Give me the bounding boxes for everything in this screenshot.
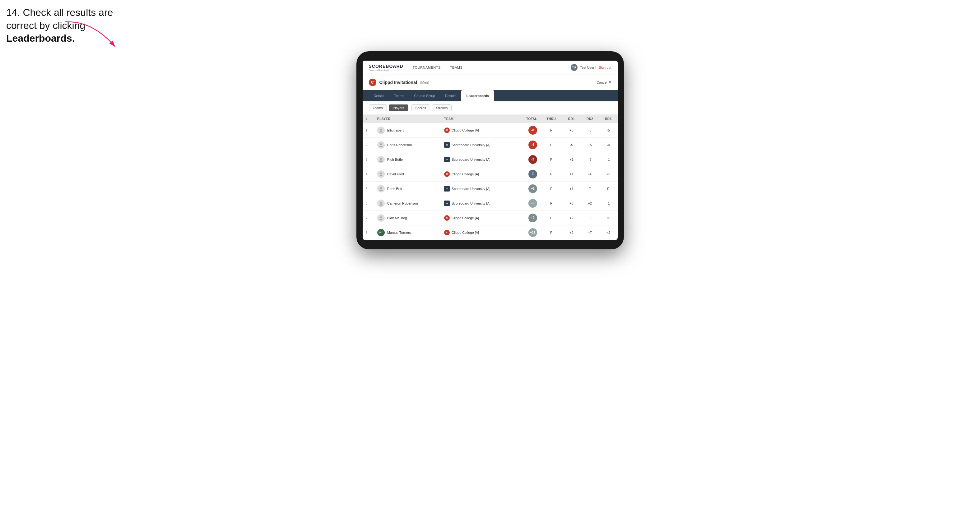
col-rd3: RD3 [599, 115, 617, 123]
team-name-8: Clippd College [A] [452, 231, 479, 235]
avatar-7 [377, 214, 385, 222]
logo-main: SCOREBOARD [369, 64, 403, 69]
rank-5: 5 [366, 187, 368, 190]
thru-8: F [550, 231, 552, 235]
avatar-4 [377, 170, 385, 178]
tab-details[interactable]: Details [369, 90, 390, 102]
tab-course-setup[interactable]: Course Setup [409, 90, 440, 102]
svg-point-11 [380, 202, 382, 204]
table-row: 7 Blair McHarg C [363, 211, 618, 225]
rd3-4: +3 [606, 172, 611, 176]
col-rd1: RD1 [562, 115, 581, 123]
player-name-6: Cameron Robertson [387, 202, 418, 205]
filter-players-button[interactable]: Players [389, 105, 408, 111]
team-name-6: Scoreboard University [A] [452, 202, 490, 205]
player-name-1: Elliot Ebert [387, 129, 404, 132]
col-total: TOTAL [516, 115, 540, 123]
filter-scores-button[interactable]: Scores [412, 105, 430, 111]
rd1-6: +5 [570, 202, 574, 205]
avatar-3 [377, 156, 385, 163]
col-rd2: RD2 [581, 115, 599, 123]
rd3-8: +2 [606, 231, 611, 235]
rd3-5: E [607, 187, 609, 190]
col-rank: # [363, 115, 374, 123]
close-icon: ✕ [609, 80, 611, 84]
thru-6: F [550, 202, 552, 205]
cancel-button[interactable]: Cancel ✕ [597, 80, 611, 84]
team-cell-6: SB Scoreboard University [A] [444, 200, 513, 206]
team-logo-8: C [444, 230, 450, 235]
scene-wrapper: SCOREBOARD Powered by clippd TOURNAMENTS… [6, 51, 974, 249]
navbar-left: SCOREBOARD Powered by clippd TOURNAMENTS… [369, 64, 463, 71]
rd3-6: -1 [607, 202, 610, 205]
player-cell-6: Cameron Robertson [377, 200, 438, 207]
svg-point-8 [379, 175, 383, 176]
tournament-tag: (Men) [420, 81, 429, 84]
player-name-5: Rees Britt [387, 187, 402, 190]
avatar-1 [377, 127, 385, 134]
rd1-5: +1 [570, 187, 574, 190]
signout-link[interactable]: Sign out [599, 66, 611, 69]
rd2-6: +2 [588, 202, 592, 205]
rank-3: 3 [366, 158, 368, 161]
thru-2: F [550, 143, 552, 147]
team-logo-6: SB [444, 200, 450, 206]
team-cell-2: SB Scoreboard University [A] [444, 142, 513, 148]
team-cell-1: C Clippd College [A] [444, 127, 513, 133]
score-badge-7: +9 [528, 214, 537, 222]
filter-strokes-button[interactable]: Strokes [432, 105, 452, 111]
tab-teams[interactable]: Teams [389, 90, 409, 102]
player-name-2: Chris Robertson [387, 143, 412, 147]
team-logo-5: SB [444, 186, 450, 192]
table-row: 5 Rees Britt SB [363, 181, 618, 196]
team-logo-2: SB [444, 142, 450, 148]
tablet-screen: SCOREBOARD Powered by clippd TOURNAMENTS… [363, 60, 618, 240]
player-cell-8: MT Marcus Turners [377, 229, 438, 236]
team-cell-3: SB Scoreboard University [A] [444, 157, 513, 162]
player-cell-2: Chris Robertson [377, 141, 438, 149]
svg-point-13 [380, 216, 382, 218]
svg-point-7 [380, 173, 382, 175]
rd3-7: +6 [606, 216, 611, 220]
player-cell-4: David Ford [377, 170, 438, 178]
svg-point-1 [380, 129, 382, 130]
instruction-text: 14. Check all results are correct by cli… [6, 6, 124, 45]
thru-7: F [550, 216, 552, 220]
rd1-4: +1 [570, 172, 574, 176]
rd3-3: -1 [607, 158, 610, 161]
col-team: TEAM [441, 115, 516, 123]
tab-leaderboards[interactable]: Leaderboards [461, 90, 494, 102]
tournament-name: Clippd Invitational [379, 80, 417, 85]
thru-1: F [550, 129, 552, 132]
rd2-8: +7 [588, 231, 592, 235]
player-cell-5: Rees Britt [377, 185, 438, 192]
tab-results[interactable]: Results [440, 90, 461, 102]
player-name-7: Blair McHarg [387, 216, 407, 220]
score-badge-6: +6 [528, 199, 537, 208]
instruction-bold: Leaderboards. [6, 33, 75, 44]
svg-point-5 [380, 158, 382, 160]
logo-sub: Powered by clippd [369, 69, 403, 71]
team-name-1: Clippd College [A] [452, 129, 479, 132]
nav-teams[interactable]: TEAMS [450, 66, 463, 69]
filter-bar: Teams Players Scores Strokes [363, 102, 618, 115]
rank-4: 4 [366, 172, 368, 176]
svg-point-4 [379, 146, 383, 147]
rank-1: 1 [366, 129, 368, 132]
nav-tournaments[interactable]: TOURNAMENTS [413, 66, 441, 69]
rd1-2: -5 [570, 143, 573, 147]
filter-teams-button[interactable]: Teams [369, 105, 387, 111]
user-avatar: TU [571, 64, 578, 71]
table-row: 3 Rich Butler SB [363, 152, 618, 167]
score-badge-8: +11 [528, 228, 537, 237]
score-badge-1: -8 [528, 126, 537, 135]
table-row: 8 MT Marcus Turners C Clippd College [A] [363, 225, 618, 240]
rd1-7: +2 [570, 216, 574, 220]
team-logo-4: C [444, 171, 450, 177]
score-badge-2: -4 [528, 141, 537, 149]
rd1-3: +1 [570, 158, 574, 161]
table-row: 4 David Ford C [363, 167, 618, 181]
tournament-c-logo: C [369, 79, 376, 86]
table-header: # PLAYER TEAM TOTAL THRU RD1 RD2 RD3 [363, 115, 618, 123]
score-badge-3: -2 [528, 155, 537, 164]
